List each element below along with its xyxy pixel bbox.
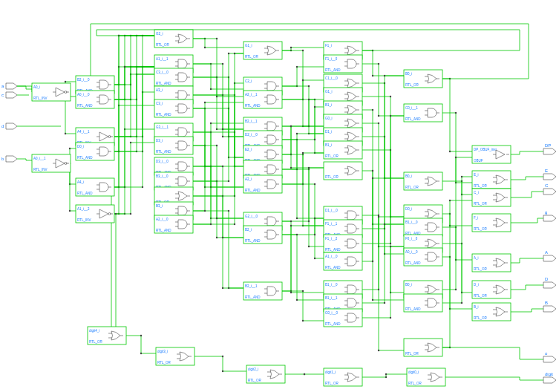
svg-text:OBUF: OBUF	[474, 159, 483, 163]
svg-text:RTL_OR: RTL_OR	[405, 83, 419, 87]
svg-text:B0_i: B0_i	[405, 72, 412, 76]
svg-text:B1_i: B1_i	[325, 103, 332, 107]
gate-G0_i__0: G0_i__0RTL_AND	[324, 309, 362, 327]
svg-point-11	[69, 210, 71, 212]
svg-point-168	[384, 302, 385, 304]
svg-point-50	[216, 38, 218, 39]
gate-g58: RTL_AND	[404, 294, 442, 312]
output-port-D: D	[543, 277, 556, 288]
output-port-E: E	[543, 169, 556, 180]
gate-A0_i__1: A0_i__1RTL_INV	[32, 154, 71, 172]
svg-text:d: d	[1, 124, 4, 128]
svg-point-186	[455, 289, 457, 290]
svg-point-5	[69, 148, 71, 149]
svg-text:RTL_AND: RTL_AND	[405, 261, 421, 265]
svg-text:D1_i: D1_i	[325, 130, 332, 134]
svg-point-81	[216, 218, 218, 219]
svg-point-161	[384, 75, 385, 76]
svg-point-193	[140, 353, 142, 354]
svg-point-45	[124, 66, 125, 68]
svg-point-121	[296, 133, 298, 134]
svg-point-47	[130, 142, 131, 143]
input-port-c: c	[1, 92, 17, 98]
gate-G1_i: G1_iRTL_OR	[243, 42, 282, 59]
svg-point-89	[228, 287, 229, 289]
svg-text:A2_i: A2_i	[245, 177, 252, 181]
svg-text:G3_i__1: G3_i__1	[156, 125, 169, 129]
svg-text:RTL_OR: RTL_OR	[474, 267, 487, 271]
svg-text:D: D	[545, 277, 549, 281]
svg-text:RTL_AND: RTL_AND	[245, 295, 261, 299]
svg-text:E2_i: E2_i	[245, 148, 252, 151]
svg-text:RTL_AND: RTL_AND	[325, 322, 341, 326]
gate-B2_i: B2_iRTL_AND	[243, 226, 282, 244]
gate-F1_i__2: F1_i__2RTL_AND	[324, 235, 362, 252]
svg-point-169	[384, 223, 385, 225]
svg-text:B0_i: B0_i	[405, 283, 412, 287]
svg-text:A3_i: A3_i	[156, 88, 163, 92]
svg-point-142	[378, 63, 379, 65]
input-port-a: a	[1, 83, 17, 89]
svg-text:F_i: F_i	[474, 216, 478, 220]
svg-point-166	[378, 289, 379, 290]
output-port-g: g	[543, 210, 556, 221]
svg-point-191	[449, 200, 451, 201]
svg-text:RTL_OR: RTL_OR	[156, 43, 169, 47]
svg-text:F1_i: F1_i	[325, 44, 332, 48]
svg-point-57	[216, 96, 218, 97]
svg-text:G2_i: G2_i	[156, 32, 163, 36]
svg-text:F1_i__1: F1_i__1	[325, 222, 338, 226]
svg-text:RTL_OR: RTL_OR	[157, 361, 171, 365]
gate-A0_i__0: A0_i__0RTL_AND	[404, 248, 442, 266]
svg-text:G0_i__0: G0_i__0	[325, 311, 339, 315]
gate-A0_i: A0_iRTL_INV	[32, 83, 71, 101]
gate-A1_i__0: A1_i__0RTL_AND	[324, 252, 362, 270]
svg-point-117	[290, 125, 292, 127]
svg-text:RTL_OR: RTL_OR	[474, 316, 487, 320]
gate-B1_i: B1_iRTL_OR	[324, 141, 362, 159]
svg-point-92	[234, 223, 235, 225]
svg-point-162	[390, 243, 391, 244]
svg-text:RTL_AND: RTL_AND	[156, 150, 171, 154]
svg-point-174	[455, 112, 457, 114]
svg-text:B: B	[545, 301, 548, 305]
svg-text:F1_i__0: F1_i__0	[325, 57, 338, 61]
gate-B2_i__1: B2_i__1RTL_AND	[243, 282, 282, 300]
svg-text:RTL_AND: RTL_AND	[325, 266, 341, 270]
gate-C0_i__1: C0_i__1RTL_AND	[404, 104, 442, 122]
svg-point-202	[115, 213, 117, 215]
svg-text:C3_i__0: C3_i__0	[156, 71, 169, 74]
svg-text:B1_i__0: B1_i__0	[405, 220, 418, 224]
svg-text:RTL_OR: RTL_OR	[408, 382, 422, 385]
svg-point-170	[390, 317, 391, 318]
svg-point-146	[390, 96, 391, 97]
rtl-schematic: A0_iRTL_INVA0_i__1RTL_INVB2_i__0RTL_ANDA…	[0, 0, 559, 392]
svg-point-197	[304, 373, 305, 375]
svg-text:o: o	[545, 351, 548, 356]
svg-point-115	[296, 218, 298, 219]
svg-text:B_i: B_i	[474, 305, 479, 309]
gate-F_i: F_iRTL_OR	[472, 214, 511, 232]
gate-digit3_i: digit3_iRTL_OR	[156, 347, 194, 365]
svg-text:A: A	[545, 250, 548, 255]
svg-text:g: g	[545, 210, 547, 215]
svg-text:RTL_AND: RTL_AND	[156, 82, 171, 85]
svg-point-97	[290, 47, 292, 48]
svg-text:RTL_AND: RTL_AND	[77, 192, 93, 195]
svg-point-165	[372, 177, 373, 179]
svg-text:a: a	[1, 84, 4, 88]
svg-text:digit4_i: digit4_i	[89, 329, 99, 333]
svg-point-194	[222, 356, 223, 357]
gate-A2_i: A2_iRTL_AND	[243, 175, 282, 193]
svg-point-51	[216, 128, 218, 130]
svg-text:c: c	[1, 93, 4, 97]
svg-text:DP_OBUF_inst: DP_OBUF_inst	[474, 148, 497, 151]
gate-A2_i__0: A2_i__0RTL_AND	[154, 215, 193, 233]
svg-text:RTL_AND: RTL_AND	[245, 239, 261, 243]
svg-text:D3_i__0: D3_i__0	[156, 160, 169, 163]
svg-text:RTL_OR: RTL_OR	[405, 352, 419, 356]
svg-point-150	[378, 122, 379, 124]
gate-A0_i__0: A0_i__0RTL_AND	[76, 91, 114, 108]
svg-text:A0_i: A0_i	[33, 85, 40, 89]
svg-text:B1_i__0: B1_i__0	[325, 283, 338, 287]
